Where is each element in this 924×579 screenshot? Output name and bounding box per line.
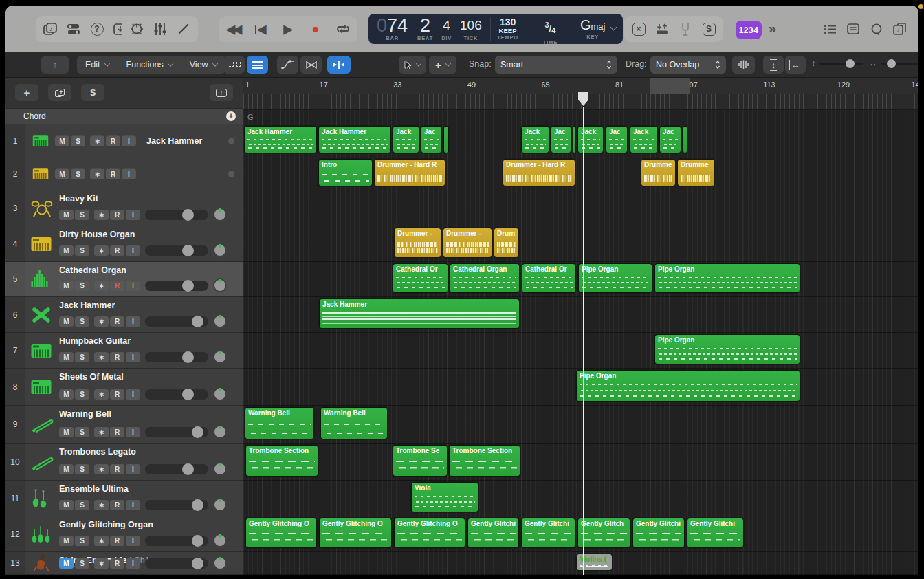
region[interactable]: Trombone Section [449, 445, 520, 477]
solo-button[interactable]: S [75, 210, 89, 220]
track-lane-5[interactable]: Cathedral OrCathedral OrganCathedral OrP… [243, 262, 918, 297]
mixer-button[interactable] [150, 19, 170, 39]
region[interactable]: Drummer - [443, 228, 492, 258]
input-monitor-button[interactable]: I [126, 316, 140, 327]
input-monitor-button[interactable]: I [126, 558, 140, 569]
solo-button[interactable]: S [75, 536, 89, 546]
region[interactable]: Gently Glitchi [687, 518, 744, 548]
solo-button[interactable]: S [75, 558, 89, 569]
mute-button[interactable]: M [59, 210, 74, 220]
record-enable-button[interactable]: R [110, 210, 124, 220]
pan-knob[interactable] [213, 208, 227, 221]
freeze-button[interactable]: ∗ [94, 352, 109, 362]
freeze-button[interactable]: ∗ [94, 316, 109, 327]
input-monitor-button[interactable]: I [122, 135, 136, 146]
slider-thumb[interactable] [192, 535, 204, 547]
input-monitor-button[interactable]: I [126, 352, 140, 362]
freeze-button[interactable]: ∗ [94, 389, 109, 400]
freeze-button[interactable]: ∗ [94, 427, 109, 437]
edit-menu[interactable]: Edit [77, 56, 118, 74]
freeze-button[interactable]: ∗ [94, 210, 109, 220]
freeze-button[interactable]: ∗ [90, 168, 104, 179]
record-enable-button[interactable]: R [110, 464, 124, 474]
vertical-auto-zoom-button[interactable]: ↕ [763, 56, 784, 74]
master-solo-button[interactable]: S [81, 84, 104, 101]
play-button[interactable]: ▶ [278, 19, 298, 39]
track-lane-9[interactable]: Warning BellWarning Bell [243, 406, 918, 444]
input-monitor-button[interactable]: I [126, 464, 140, 474]
input-monitor-button[interactable]: I [126, 210, 140, 220]
cycle-region[interactable] [650, 78, 690, 94]
midi-draw-button[interactable] [300, 56, 322, 74]
waveform-zoom-button[interactable] [732, 56, 755, 74]
mute-button[interactable]: M [59, 558, 74, 569]
freeze-button[interactable]: ∗ [94, 245, 109, 256]
track-lane-3[interactable] [243, 190, 918, 226]
track-header-2[interactable]: 2MS∗RI [6, 157, 243, 190]
region[interactable]: Jack [578, 126, 604, 153]
track-header-11[interactable]: 11Ensemble UltimaMS∗RI [6, 481, 243, 516]
region[interactable]: Jack Hammer [244, 126, 317, 153]
track-header-10[interactable]: 10Trombones LegatoMS∗RI [6, 444, 243, 481]
command-click-tool-menu[interactable]: + [429, 56, 456, 74]
freeze-button[interactable]: ∗ [94, 500, 109, 510]
region[interactable]: Warning Bell [320, 407, 388, 439]
slider-thumb[interactable] [182, 209, 194, 221]
freeze-button[interactable]: ∗ [90, 135, 104, 146]
region[interactable]: Warning Bell [245, 407, 314, 439]
track-lane-8[interactable]: Pipe Organ [243, 369, 918, 406]
region[interactable]: Drumme [677, 159, 715, 186]
mute-button[interactable]: M [59, 427, 74, 437]
input-monitor-button[interactable]: I [126, 500, 140, 510]
track-header-9[interactable]: 9Warning BellMS∗RI [6, 406, 243, 444]
list-editors-button[interactable] [820, 19, 840, 39]
track-header-1[interactable]: 1MS∗RIJack Hammer [6, 124, 243, 157]
volume-slider[interactable] [145, 316, 208, 327]
track-lane-7[interactable]: Pipe Organ [243, 333, 918, 369]
region[interactable]: Jac [421, 126, 442, 153]
track-lane-2[interactable]: IntroDrummer - Hard RDrummer - Hard RDru… [243, 157, 918, 190]
mute-button[interactable]: M [59, 316, 74, 327]
drag-popup[interactable]: No Overlap [650, 56, 726, 74]
volume-slider[interactable] [145, 464, 208, 474]
region[interactable]: Cathedral Or [393, 263, 448, 293]
region[interactable]: Drummer - Hard R [503, 159, 575, 186]
pan-knob[interactable] [213, 350, 227, 364]
region[interactable]: Jack Hammer [319, 298, 520, 329]
pan-knob[interactable] [213, 387, 227, 401]
playhead-line[interactable] [583, 107, 584, 575]
lcd-time-signature[interactable]: 3/4 TIME [543, 16, 558, 45]
freeze-button[interactable]: ∗ [94, 281, 109, 291]
record-enable-button[interactable]: R [110, 558, 124, 569]
region[interactable]: Drummer - [394, 228, 441, 258]
pan-knob[interactable] [213, 278, 227, 292]
record-enable-button[interactable]: R [110, 427, 124, 437]
record-enable-button[interactable]: R [110, 500, 124, 510]
inspector-toggles-button[interactable] [63, 19, 84, 39]
track-header-4[interactable]: 4Dirty House OrganMS∗RI [6, 226, 243, 262]
region[interactable]: Drumme [641, 159, 676, 186]
pan-knob[interactable] [213, 462, 227, 476]
horizontal-auto-zoom-button[interactable]: ↔ [785, 56, 806, 74]
track-lane-10[interactable]: Trombone SectionTrombone SeTrombone Sect… [243, 444, 918, 481]
autopunch-button[interactable] [652, 19, 672, 39]
timeline-ruler[interactable]: 1173349658197113129145 [243, 78, 918, 94]
solo-button[interactable]: S [75, 464, 89, 474]
pan-knob[interactable] [213, 498, 227, 512]
region[interactable]: Jack Hammer [318, 126, 391, 153]
record-enable-button[interactable]: R [106, 135, 120, 146]
record-enable-button[interactable]: R [110, 281, 124, 291]
chord-track-row[interactable]: Chord + [6, 108, 243, 124]
region[interactable]: Intro [318, 159, 373, 186]
lcd-display[interactable]: 074 BAR 2 BEAT 4 DIV 106 TICK [368, 14, 623, 44]
region[interactable]: Gently Glitchi [521, 518, 575, 548]
region[interactable]: Pipe Organ [578, 263, 652, 293]
slider-thumb[interactable] [887, 59, 896, 68]
solo-button[interactable]: S [71, 135, 85, 146]
slider-thumb[interactable] [182, 245, 194, 256]
input-monitor-button[interactable]: I [126, 245, 140, 256]
solo-button[interactable]: S [75, 245, 89, 256]
region[interactable]: Trombone Section [245, 445, 318, 477]
region[interactable]: Jac [606, 126, 628, 153]
track-header-12[interactable]: 12Gently Glitching OrganMS∗RI [6, 516, 243, 552]
